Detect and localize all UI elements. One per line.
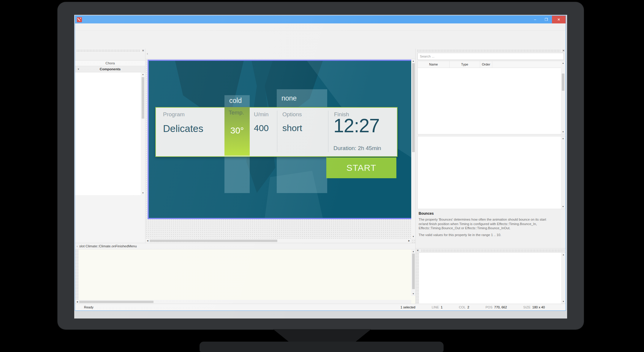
- log-scrollbar[interactable]: ▲ ▼: [561, 253, 566, 304]
- climate-canvas[interactable]: cold none: [148, 60, 414, 219]
- temp-label: Temp.: [229, 109, 244, 116]
- monitor-stand-neck: [273, 329, 371, 343]
- start-button[interactable]: START: [326, 157, 396, 178]
- toolbar-prototyper: [75, 40, 566, 49]
- options-strip-above[interactable]: none: [277, 89, 327, 107]
- inspector-panel-handle[interactable]: ✕: [416, 49, 566, 52]
- component-list: ▲ ▼: [75, 72, 145, 195]
- column-name[interactable]: Name: [418, 61, 450, 68]
- status-col-label: COL: [459, 305, 466, 309]
- program-label: Program: [163, 111, 185, 118]
- scroll-down-icon[interactable]: ▼: [562, 130, 564, 134]
- status-size-label: SIZE: [523, 305, 530, 309]
- scroll-thumb[interactable]: [412, 254, 415, 289]
- status-line-value: 1: [441, 305, 442, 309]
- column-divider: [277, 111, 277, 152]
- status-col-value: 2: [467, 305, 469, 309]
- temp-value[interactable]: 30°: [224, 125, 250, 136]
- monitor-screen: – ❐ ✕: [74, 15, 567, 318]
- status-bar: Ready 1 selected LINE1 COL2 POS770, 662 …: [75, 304, 566, 310]
- scroll-thumb[interactable]: [142, 77, 144, 119]
- status-ready: Ready: [75, 305, 94, 309]
- scroll-up-icon[interactable]: ▲: [142, 72, 144, 77]
- workspace-vertical-scrollbar[interactable]: ▲ ▼: [411, 59, 415, 239]
- column-type[interactable]: Type: [450, 61, 480, 68]
- collapse-left-icon[interactable]: ‹: [75, 244, 79, 248]
- code-vertical-scrollbar[interactable]: ▲ ▼: [411, 249, 415, 296]
- scroll-thumb[interactable]: [562, 74, 564, 91]
- component-list-scrollbar[interactable]: ▲ ▼: [141, 72, 145, 195]
- scroll-thumb[interactable]: [150, 240, 277, 242]
- temp-strip-above[interactable]: cold: [224, 95, 250, 107]
- scroll-up-icon[interactable]: ▲: [562, 136, 564, 141]
- column-divider: [328, 111, 328, 152]
- scroll-up-icon[interactable]: ▲: [412, 249, 414, 254]
- scroll-down-icon[interactable]: ▼: [142, 191, 144, 195]
- collapse-icon: ▼: [75, 68, 82, 71]
- tabs-scroll-left-icon[interactable]: ‹: [145, 49, 149, 59]
- scroll-left-icon[interactable]: ◀: [75, 300, 79, 304]
- inspector-search-input[interactable]: Search ...: [417, 53, 564, 60]
- code-editor-panel: ‹ slot Climate::Climate.onFinishedMenu ▲…: [75, 243, 415, 304]
- templates-panel-handle[interactable]: ✕: [75, 49, 145, 52]
- members-table: Name Type Order ▲ ▼: [417, 61, 566, 134]
- scroll-up-icon[interactable]: ▲: [562, 61, 564, 65]
- maximize-button[interactable]: ❐: [541, 16, 552, 23]
- scroll-thumb[interactable]: [412, 63, 415, 152]
- status-line-label: LINE: [432, 305, 439, 309]
- code-editor-title: slot Climate::Climate.onFinishedMenu: [79, 244, 137, 248]
- code-horizontal-scrollbar[interactable]: ◀: [75, 300, 411, 304]
- menu-bar: [75, 23, 566, 31]
- finish-time[interactable]: 12:27: [333, 115, 379, 137]
- minimize-button[interactable]: –: [529, 16, 541, 23]
- umin-value[interactable]: 400: [254, 123, 269, 133]
- property-doc-paragraph: The valid values for this property lie i…: [419, 233, 555, 237]
- workspace-horizontal-scrollbar[interactable]: ◀ ▶: [145, 239, 411, 243]
- embedded-wizard-window: – ❐ ✕: [75, 15, 566, 311]
- options-value[interactable]: short: [282, 123, 302, 133]
- drag-dots: [76, 50, 140, 52]
- status-pos-label: POS: [485, 305, 492, 309]
- app-icon: [77, 17, 82, 22]
- templates-panel: ✕ Chora ▼ Components ▲: [75, 49, 145, 243]
- close-button[interactable]: ✕: [552, 16, 566, 23]
- code-editor-header[interactable]: ‹ slot Climate::Climate.onFinishedMenu: [75, 243, 415, 249]
- log-panel-handle-col[interactable]: [416, 253, 419, 304]
- section-components[interactable]: ▼ Components: [75, 66, 145, 72]
- temp-strip-below[interactable]: [224, 156, 250, 193]
- scroll-down-icon[interactable]: ▼: [562, 205, 564, 209]
- options-label: Options: [282, 111, 302, 118]
- close-panel-icon[interactable]: ✕: [561, 49, 566, 52]
- close-panel-icon[interactable]: ✕: [416, 249, 420, 252]
- scroll-thumb[interactable]: [79, 301, 154, 303]
- scroll-right-icon[interactable]: ▶: [407, 239, 411, 243]
- duration-text: Duration: 2h 45min: [333, 145, 381, 152]
- options-strip-below[interactable]: [277, 156, 327, 193]
- scroll-left-icon[interactable]: ◀: [145, 239, 150, 243]
- program-value[interactable]: Delicates: [163, 123, 203, 134]
- toolbar-main: [75, 31, 566, 40]
- code-panel-handle[interactable]: [75, 249, 78, 300]
- composer-workspace[interactable]: cold none: [145, 59, 415, 243]
- close-panel-icon[interactable]: ✕: [141, 49, 145, 52]
- inspector-panel: ✕ Search ... Name Type Order ▲: [415, 49, 566, 304]
- scroll-up-icon[interactable]: ▲: [562, 253, 564, 257]
- scroll-up-icon[interactable]: ▲: [412, 59, 414, 63]
- group-chora[interactable]: Chora: [75, 60, 145, 66]
- status-pos-value: 770, 662: [494, 305, 507, 309]
- scroll-down-icon[interactable]: ▼: [412, 292, 414, 296]
- scroll-down-icon[interactable]: ▼: [412, 235, 414, 239]
- properties-scrollbar[interactable]: ▲ ▼: [561, 136, 565, 209]
- log-panel-handle[interactable]: ✕: [416, 248, 566, 252]
- monitor-stand-base: [200, 342, 444, 352]
- title-bar[interactable]: – ❐ ✕: [75, 16, 566, 23]
- property-doc-paragraph: The property 'Bounces' determines how of…: [419, 217, 555, 230]
- temp-column[interactable]: Temp. 30°: [224, 107, 250, 156]
- members-table-header: Name Type Order: [418, 61, 565, 68]
- scroll-down-icon[interactable]: ▼: [562, 300, 564, 304]
- code-area[interactable]: [78, 249, 415, 300]
- status-size-value: 180 x 40: [532, 305, 545, 309]
- members-scrollbar[interactable]: ▲ ▼: [561, 61, 565, 134]
- column-order[interactable]: Order: [480, 61, 492, 68]
- log-panel: ▲ ▼: [416, 252, 566, 304]
